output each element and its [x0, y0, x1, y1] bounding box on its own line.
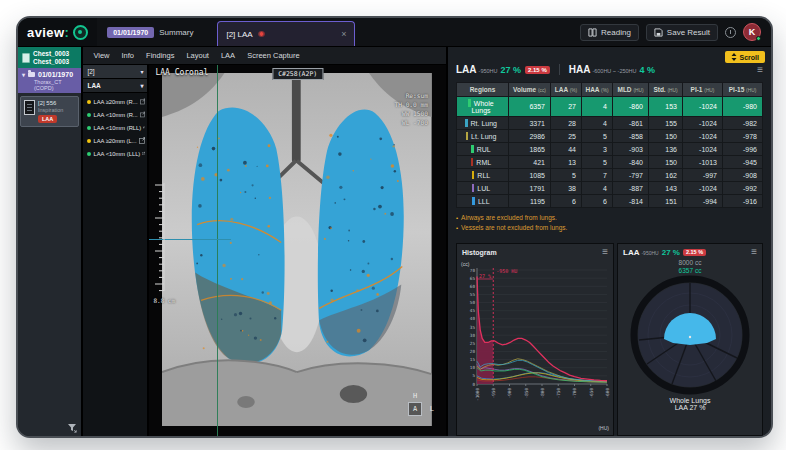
tab-summary[interactable]: 01/01/1970 Summary: [97, 18, 203, 46]
laa-haa-summary: LAA -950HU 27 % 2.15 % HAA -600HU ~ -250…: [456, 61, 763, 78]
analysis-panel: LAA -950HU 27 % 2.15 % HAA -600HU ~ -250…: [448, 47, 771, 436]
table-row[interactable]: RML421135-840150-1013-945: [457, 156, 763, 169]
laa-change-badge: 2.15 %: [525, 66, 550, 74]
menu-item-findings[interactable]: Findings: [146, 51, 174, 60]
cell-value: 3371: [509, 117, 551, 130]
table-row[interactable]: Lt. Lung2986255-858150-1024-978: [457, 130, 763, 143]
tab-laa-active[interactable]: [2] LAA ◉ ×: [217, 21, 355, 46]
cell-value: -997: [683, 169, 723, 182]
locate-icon[interactable]: [140, 111, 146, 118]
cell-value: -840: [613, 156, 649, 169]
study-item[interactable]: ▾ 01/01/1970 Thorax_CT (COPD): [18, 68, 81, 93]
svg-text:-750: -750: [556, 388, 561, 399]
cell-value: 13: [551, 156, 582, 169]
finding-item[interactable]: LAA ≥20mm (R...: [83, 95, 147, 108]
table-row[interactable]: LLL119566-814151-994-916: [457, 195, 763, 208]
region-name: RUL: [477, 146, 491, 153]
cell-value: 1195: [509, 195, 551, 208]
region-name: LLL: [478, 198, 490, 205]
svg-text:-800: -800: [540, 388, 545, 399]
table-row[interactable]: RLL108557-797162-997-908: [457, 169, 763, 182]
column-header: PI-15 (HU): [723, 83, 763, 97]
table-row[interactable]: RUL1865443-903136-1024-996: [457, 143, 763, 156]
cell-value: 421: [509, 156, 551, 169]
region-color-chip: [465, 119, 468, 127]
cell-value: -945: [723, 156, 763, 169]
finding-item[interactable]: LAA <10mm (LLL): [83, 147, 147, 160]
cell-value: -1024: [683, 117, 723, 130]
scroll-mode-badge[interactable]: Scroll: [725, 51, 765, 63]
ct-image[interactable]: [162, 73, 432, 426]
column-header: LAA (%): [551, 83, 582, 97]
menu-item-laa[interactable]: LAA: [221, 51, 235, 60]
menu-item-view[interactable]: View: [93, 51, 109, 60]
ct-viewer[interactable]: LAA Coronal C#258(A2P) Re:sum TH 0.0 mm …: [149, 65, 446, 436]
cell-value: 155: [649, 117, 683, 130]
table-row[interactable]: Whole Lungs6357274-860153-1024-980: [457, 97, 763, 117]
table-menu-icon[interactable]: ≡: [757, 65, 763, 75]
findings-group-header[interactable]: [2] ▾: [83, 65, 147, 78]
region-name: Rt. Lung: [471, 120, 497, 127]
svg-text:(HU): (HU): [598, 425, 609, 431]
cell-value: -916: [723, 195, 763, 208]
menu-item-screen-capture[interactable]: Screen Capture: [247, 51, 300, 60]
findings-filter-dropdown[interactable]: LAA ▾: [83, 78, 147, 93]
study-description: Thorax_CT (COPD): [34, 79, 77, 91]
gauge-panel: LAA -950HU 27 % 2.15 % ≡ 8000 cc 6357 cc: [617, 243, 763, 436]
series-thumbnail: [24, 100, 35, 115]
orientation-widget: H A L: [404, 394, 434, 424]
finding-item[interactable]: LAA <10mm (R...: [83, 108, 147, 121]
region-color-chip: [471, 158, 474, 166]
column-header: Regions: [457, 83, 509, 97]
chevron-down-icon[interactable]: ▾: [22, 71, 25, 78]
menu-item-info[interactable]: Info: [122, 51, 135, 60]
cell-value: 151: [649, 195, 683, 208]
svg-text:10: 10: [470, 365, 476, 370]
svg-text:-600: -600: [605, 388, 610, 399]
table-row[interactable]: Rt. Lung3371284-861155-1024-982: [457, 117, 763, 130]
crosshair-vertical-line[interactable]: [217, 65, 218, 436]
cell-value: -814: [613, 195, 649, 208]
cell-value: 136: [649, 143, 683, 156]
cell-value: 4: [582, 97, 613, 117]
series-item-selected[interactable]: [2] 556 Inspiration LAA: [20, 96, 79, 127]
cell-value: 4: [582, 117, 613, 130]
patient-header[interactable]: Chest_0003Chest_0003: [18, 47, 81, 68]
study-date-chip[interactable]: 01/01/1970: [107, 27, 154, 38]
cell-value: 27: [551, 97, 582, 117]
column-header: Std. (HU): [649, 83, 683, 97]
gauge-menu-icon[interactable]: ≡: [751, 247, 757, 257]
chevron-down-icon[interactable]: ▾: [140, 82, 143, 89]
save-result-button[interactable]: Save Result: [646, 24, 718, 41]
locate-icon[interactable]: [142, 150, 145, 157]
filter-icon[interactable]: [68, 424, 77, 433]
table-row[interactable]: LUL1791384-887143-1024-992: [457, 182, 763, 195]
cell-value: 28: [551, 117, 582, 130]
close-icon[interactable]: ×: [341, 29, 346, 39]
haa-percent: 4 %: [640, 65, 656, 75]
svg-text:40: 40: [470, 316, 476, 321]
locate-icon[interactable]: [140, 98, 146, 105]
finding-item[interactable]: LAA ≥20mm (L...: [83, 134, 147, 147]
finding-label: LAA ≥20mm (R...: [93, 99, 137, 105]
histogram-title: Histogram: [462, 249, 497, 256]
cell-value: -994: [683, 195, 723, 208]
locate-icon[interactable]: [139, 137, 146, 144]
tab-summary-label[interactable]: Summary: [159, 28, 193, 37]
clock-icon[interactable]: [725, 27, 736, 38]
region-name: RLL: [477, 172, 490, 179]
chevron-down-icon[interactable]: ▾: [140, 68, 143, 75]
aview-logo-icon: [73, 25, 88, 40]
laa-threshold: -950HU: [479, 68, 498, 74]
haa-label: HAA: [569, 64, 591, 75]
svg-text:45: 45: [470, 308, 476, 313]
finding-color-dot: [87, 152, 91, 156]
histogram-menu-icon[interactable]: ≡: [602, 247, 608, 257]
svg-text:70: 70: [470, 268, 476, 273]
user-avatar[interactable]: K: [743, 23, 761, 41]
menu-item-layout[interactable]: Layout: [186, 51, 209, 60]
reading-button[interactable]: Reading: [580, 24, 639, 41]
cell-value: 1085: [509, 169, 551, 182]
finding-item[interactable]: LAA <10mm (RLL): [83, 121, 147, 134]
locate-icon[interactable]: [143, 124, 145, 131]
